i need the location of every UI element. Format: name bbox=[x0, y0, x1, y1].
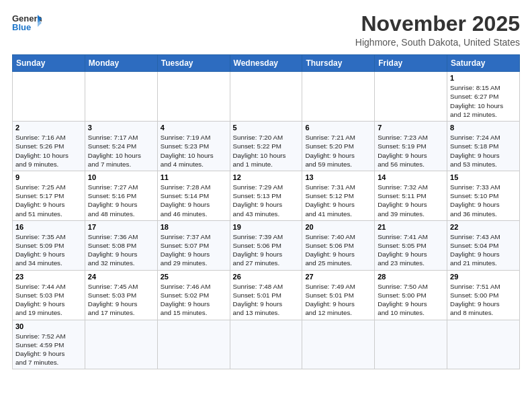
day-number: 18 bbox=[161, 223, 227, 231]
calendar-cell: 19Sunrise: 7:39 AM Sunset: 5:06 PM Dayli… bbox=[230, 220, 302, 270]
day-info: Sunrise: 7:50 AM Sunset: 5:00 PM Dayligh… bbox=[378, 282, 444, 318]
day-number: 27 bbox=[305, 273, 371, 281]
calendar-cell: 29Sunrise: 7:51 AM Sunset: 5:00 PM Dayli… bbox=[447, 270, 520, 320]
day-info: Sunrise: 7:29 AM Sunset: 5:13 PM Dayligh… bbox=[233, 183, 300, 218]
calendar-cell: 20Sunrise: 7:40 AM Sunset: 5:06 PM Dayli… bbox=[302, 220, 375, 270]
day-info: Sunrise: 7:37 AM Sunset: 5:07 PM Dayligh… bbox=[161, 232, 227, 268]
calendar-cell: 13Sunrise: 7:31 AM Sunset: 5:12 PM Dayli… bbox=[302, 171, 375, 220]
weekday-header-monday: Monday bbox=[85, 55, 157, 72]
day-info: Sunrise: 7:45 AM Sunset: 5:03 PM Dayligh… bbox=[88, 282, 154, 318]
day-number: 1 bbox=[450, 74, 517, 82]
day-info: Sunrise: 7:27 AM Sunset: 5:16 PM Dayligh… bbox=[88, 183, 154, 218]
calendar-cell: 12Sunrise: 7:29 AM Sunset: 5:13 PM Dayli… bbox=[230, 171, 302, 220]
calendar-week-2: 2Sunrise: 7:16 AM Sunset: 5:26 PM Daylig… bbox=[13, 122, 520, 171]
day-info: Sunrise: 7:41 AM Sunset: 5:05 PM Dayligh… bbox=[378, 232, 444, 268]
calendar-cell: 4Sunrise: 7:19 AM Sunset: 5:23 PM Daylig… bbox=[157, 122, 230, 171]
calendar-week-1: 1Sunrise: 8:15 AM Sunset: 6:27 PM Daylig… bbox=[13, 72, 520, 122]
calendar-cell bbox=[157, 72, 230, 122]
day-info: Sunrise: 7:43 AM Sunset: 5:04 PM Dayligh… bbox=[450, 232, 517, 268]
calendar-cell: 24Sunrise: 7:45 AM Sunset: 5:03 PM Dayli… bbox=[85, 270, 157, 320]
calendar-cell: 27Sunrise: 7:49 AM Sunset: 5:01 PM Dayli… bbox=[302, 270, 375, 320]
calendar-cell: 18Sunrise: 7:37 AM Sunset: 5:07 PM Dayli… bbox=[157, 220, 230, 270]
day-info: Sunrise: 7:19 AM Sunset: 5:23 PM Dayligh… bbox=[161, 133, 227, 169]
calendar-cell bbox=[447, 320, 520, 369]
day-number: 28 bbox=[378, 273, 444, 281]
month-title: November 2025 bbox=[355, 12, 520, 36]
day-number: 23 bbox=[15, 273, 82, 281]
calendar-week-4: 16Sunrise: 7:35 AM Sunset: 5:09 PM Dayli… bbox=[13, 220, 520, 270]
day-info: Sunrise: 7:52 AM Sunset: 4:59 PM Dayligh… bbox=[15, 332, 82, 367]
calendar-cell bbox=[230, 320, 302, 369]
day-info: Sunrise: 7:40 AM Sunset: 5:06 PM Dayligh… bbox=[305, 232, 371, 268]
day-number: 24 bbox=[88, 273, 154, 281]
day-number: 13 bbox=[305, 173, 371, 181]
header: General Blue November 2025 Highmore, Sou… bbox=[12, 12, 520, 48]
calendar-cell: 15Sunrise: 7:33 AM Sunset: 5:10 PM Dayli… bbox=[447, 171, 520, 220]
day-info: Sunrise: 7:44 AM Sunset: 5:03 PM Dayligh… bbox=[15, 282, 82, 318]
calendar-cell: 11Sunrise: 7:28 AM Sunset: 5:14 PM Dayli… bbox=[157, 171, 230, 220]
day-number: 21 bbox=[378, 223, 444, 231]
calendar-week-5: 23Sunrise: 7:44 AM Sunset: 5:03 PM Dayli… bbox=[13, 270, 520, 320]
calendar-cell: 9Sunrise: 7:25 AM Sunset: 5:17 PM Daylig… bbox=[13, 171, 85, 220]
day-number: 11 bbox=[161, 173, 227, 181]
calendar-cell: 3Sunrise: 7:17 AM Sunset: 5:24 PM Daylig… bbox=[85, 122, 157, 171]
page: General Blue November 2025 Highmore, Sou… bbox=[0, 0, 532, 411]
calendar-cell bbox=[302, 320, 375, 369]
weekday-header-friday: Friday bbox=[375, 55, 447, 72]
day-number: 5 bbox=[233, 124, 300, 132]
calendar-cell bbox=[230, 72, 302, 122]
day-info: Sunrise: 7:24 AM Sunset: 5:18 PM Dayligh… bbox=[450, 133, 517, 169]
day-number: 15 bbox=[450, 173, 517, 181]
calendar-cell bbox=[375, 72, 447, 122]
calendar-cell: 8Sunrise: 7:24 AM Sunset: 5:18 PM Daylig… bbox=[447, 122, 520, 171]
day-number: 4 bbox=[161, 124, 227, 132]
day-info: Sunrise: 7:23 AM Sunset: 5:19 PM Dayligh… bbox=[378, 133, 444, 169]
calendar-cell bbox=[85, 72, 157, 122]
logo: General Blue bbox=[12, 12, 42, 32]
calendar-cell: 14Sunrise: 7:32 AM Sunset: 5:11 PM Dayli… bbox=[375, 171, 447, 220]
calendar-cell: 2Sunrise: 7:16 AM Sunset: 5:26 PM Daylig… bbox=[13, 122, 85, 171]
calendar-table: SundayMondayTuesdayWednesdayThursdayFrid… bbox=[12, 54, 520, 369]
calendar-cell bbox=[85, 320, 157, 369]
calendar-cell: 1Sunrise: 8:15 AM Sunset: 6:27 PM Daylig… bbox=[447, 72, 520, 122]
day-number: 25 bbox=[161, 273, 227, 281]
day-info: Sunrise: 7:49 AM Sunset: 5:01 PM Dayligh… bbox=[305, 282, 371, 318]
day-number: 19 bbox=[233, 223, 300, 231]
day-number: 9 bbox=[15, 173, 82, 181]
calendar-cell: 17Sunrise: 7:36 AM Sunset: 5:08 PM Dayli… bbox=[85, 220, 157, 270]
day-info: Sunrise: 7:39 AM Sunset: 5:06 PM Dayligh… bbox=[233, 232, 300, 268]
calendar-week-6: 30Sunrise: 7:52 AM Sunset: 4:59 PM Dayli… bbox=[13, 320, 520, 369]
day-number: 16 bbox=[15, 223, 82, 231]
calendar-cell: 22Sunrise: 7:43 AM Sunset: 5:04 PM Dayli… bbox=[447, 220, 520, 270]
day-number: 30 bbox=[15, 322, 82, 330]
day-number: 6 bbox=[305, 124, 371, 132]
day-info: Sunrise: 7:21 AM Sunset: 5:20 PM Dayligh… bbox=[305, 133, 371, 169]
calendar-cell bbox=[157, 320, 230, 369]
calendar-cell: 21Sunrise: 7:41 AM Sunset: 5:05 PM Dayli… bbox=[375, 220, 447, 270]
weekday-header-tuesday: Tuesday bbox=[157, 55, 230, 72]
location: Highmore, South Dakota, United States bbox=[355, 37, 520, 48]
day-info: Sunrise: 7:51 AM Sunset: 5:00 PM Dayligh… bbox=[450, 282, 517, 318]
day-number: 2 bbox=[15, 124, 82, 132]
day-info: Sunrise: 7:31 AM Sunset: 5:12 PM Dayligh… bbox=[305, 183, 371, 218]
calendar-cell: 26Sunrise: 7:48 AM Sunset: 5:01 PM Dayli… bbox=[230, 270, 302, 320]
calendar-cell: 28Sunrise: 7:50 AM Sunset: 5:00 PM Dayli… bbox=[375, 270, 447, 320]
day-info: Sunrise: 7:25 AM Sunset: 5:17 PM Dayligh… bbox=[15, 183, 82, 218]
calendar-cell: 7Sunrise: 7:23 AM Sunset: 5:19 PM Daylig… bbox=[375, 122, 447, 171]
day-info: Sunrise: 7:35 AM Sunset: 5:09 PM Dayligh… bbox=[15, 232, 82, 268]
calendar-cell: 5Sunrise: 7:20 AM Sunset: 5:22 PM Daylig… bbox=[230, 122, 302, 171]
calendar-header-row: SundayMondayTuesdayWednesdayThursdayFrid… bbox=[13, 55, 520, 72]
logo-icon: General Blue bbox=[12, 12, 42, 32]
day-number: 17 bbox=[88, 223, 154, 231]
weekday-header-saturday: Saturday bbox=[447, 55, 520, 72]
day-number: 14 bbox=[378, 173, 444, 181]
day-info: Sunrise: 7:46 AM Sunset: 5:02 PM Dayligh… bbox=[161, 282, 227, 318]
day-info: Sunrise: 7:32 AM Sunset: 5:11 PM Dayligh… bbox=[378, 183, 444, 218]
calendar-cell: 16Sunrise: 7:35 AM Sunset: 5:09 PM Dayli… bbox=[13, 220, 85, 270]
day-number: 10 bbox=[88, 173, 154, 181]
day-info: Sunrise: 7:20 AM Sunset: 5:22 PM Dayligh… bbox=[233, 133, 300, 169]
day-number: 7 bbox=[378, 124, 444, 132]
title-block: November 2025 Highmore, South Dakota, Un… bbox=[355, 12, 520, 48]
day-number: 8 bbox=[450, 124, 517, 132]
calendar-cell: 25Sunrise: 7:46 AM Sunset: 5:02 PM Dayli… bbox=[157, 270, 230, 320]
